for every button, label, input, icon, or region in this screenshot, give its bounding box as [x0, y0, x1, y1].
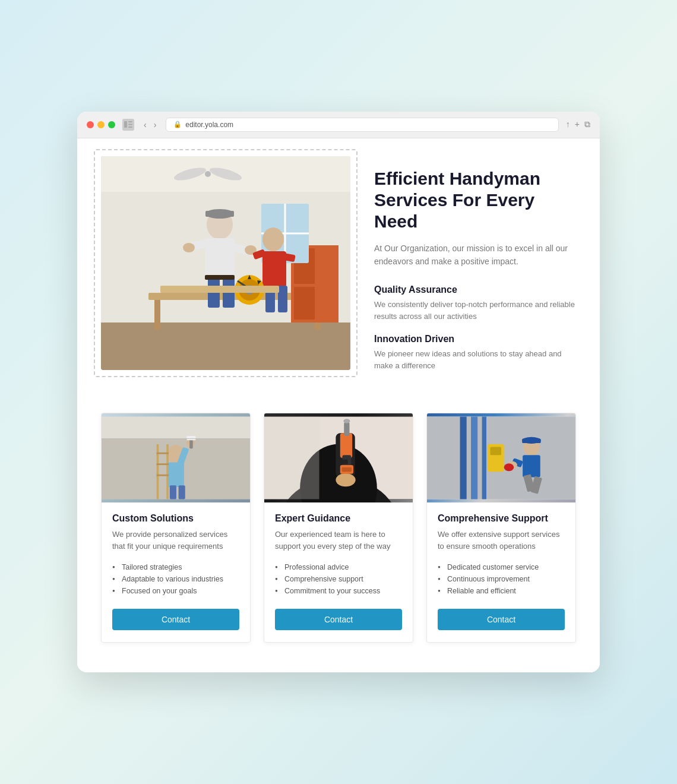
card-image-2	[264, 413, 413, 502]
card-list-item: Comprehensive support	[275, 573, 402, 585]
close-button[interactable]	[87, 121, 94, 128]
card-expert-guidance: Expert Guidance Our experienced team is …	[264, 413, 413, 643]
svg-rect-1	[128, 121, 132, 122]
svg-rect-88	[523, 456, 540, 478]
svg-point-30	[262, 227, 284, 251]
svg-rect-58	[157, 453, 169, 454]
svg-rect-31	[262, 251, 286, 287]
traffic-lights	[87, 121, 115, 128]
hero-right: Efficient Handyman Services For Every Ne…	[374, 156, 576, 384]
svg-rect-87	[522, 439, 540, 443]
svg-rect-9	[101, 323, 350, 370]
svg-rect-81	[471, 417, 477, 500]
card-body-1: Custom Solutions We provide personalized…	[102, 502, 250, 642]
address-bar[interactable]: 🔒 editor.yola.com	[166, 118, 558, 132]
card-body-3: Comprehensive Support We offer extensive…	[427, 502, 575, 642]
svg-rect-59	[157, 464, 169, 466]
card-list-2: Professional advice Comprehensive suppor…	[275, 561, 402, 597]
svg-rect-29	[205, 275, 235, 280]
card-list-item: Focused on your goals	[112, 585, 239, 597]
card-list-item: Tailored strategies	[112, 561, 239, 573]
contact-button-3[interactable]: Contact	[438, 609, 565, 630]
browser-actions: ↑ + ⧉	[566, 119, 590, 129]
card-list-item: Reliable and efficient	[438, 585, 565, 597]
contact-button-2[interactable]: Contact	[275, 609, 402, 630]
card-comprehensive-support: Comprehensive Support We offer extensive…	[426, 413, 576, 643]
card-custom-solutions: Custom Solutions We provide personalized…	[101, 413, 251, 643]
fullscreen-button[interactable]	[108, 121, 115, 128]
card-title-2: Expert Guidance	[275, 513, 402, 524]
svg-rect-46	[102, 417, 250, 439]
svg-point-91	[504, 464, 514, 472]
card-list-item: Professional advice	[275, 561, 402, 573]
browser-content: Efficient Handyman Services For Every Ne…	[77, 138, 600, 673]
svg-rect-82	[482, 417, 486, 500]
hero-subtitle: At Our Organization, our mission is to e…	[374, 242, 576, 268]
svg-rect-0	[124, 121, 127, 128]
svg-rect-60	[157, 475, 169, 476]
feature-innovation-title: Innovation Driven	[374, 334, 576, 344]
card-image-1	[102, 413, 250, 502]
feature-innovation-desc: We pioneer new ideas and solutions to st…	[374, 348, 576, 371]
share-icon[interactable]: ↑	[566, 119, 570, 129]
card-body-2: Expert Guidance Our experienced team is …	[264, 502, 413, 642]
svg-rect-15	[294, 287, 315, 320]
hero-section: Efficient Handyman Services For Every Ne…	[101, 156, 576, 384]
card-title-1: Custom Solutions	[112, 513, 239, 524]
feature-quality: Quality Assurance We consistently delive…	[374, 284, 576, 322]
new-tab-icon[interactable]: +	[575, 119, 580, 129]
forward-button[interactable]: ›	[151, 119, 159, 131]
card-image-3	[427, 413, 575, 502]
svg-rect-69	[340, 434, 352, 459]
svg-point-68	[336, 473, 355, 486]
card-list-item: Adaptable to various industries	[112, 573, 239, 585]
svg-rect-35	[278, 286, 287, 312]
svg-rect-2	[128, 124, 132, 125]
card-list-item: Commitment to your success	[275, 585, 402, 597]
extensions-icon[interactable]: ⧉	[584, 119, 590, 129]
svg-rect-43	[160, 286, 279, 293]
cards-section: Custom Solutions We provide personalized…	[101, 413, 576, 643]
hero-image-container	[101, 156, 350, 370]
feature-quality-desc: We consistently deliver top-notch perfor…	[374, 299, 576, 322]
card-list-3: Dedicated customer service Continuous im…	[438, 561, 565, 597]
svg-rect-70	[344, 422, 349, 436]
svg-rect-21	[205, 211, 234, 217]
card-desc-2: Our experienced team is here to support …	[275, 529, 402, 552]
svg-rect-84	[490, 447, 501, 456]
svg-rect-73	[341, 460, 348, 464]
hero-title: Efficient Handyman Services For Every Ne…	[374, 168, 576, 232]
card-list-1: Tailored strategies Adaptable to various…	[112, 561, 239, 597]
svg-point-25	[183, 243, 195, 252]
feature-innovation: Innovation Driven We pioneer new ideas a…	[374, 334, 576, 371]
svg-rect-80	[460, 417, 467, 500]
svg-point-6	[205, 171, 211, 177]
card-desc-3: We offer extensive support services to e…	[438, 529, 565, 552]
svg-rect-53	[187, 436, 196, 440]
lock-icon: 🔒	[173, 121, 182, 128]
svg-rect-75	[342, 467, 352, 472]
svg-rect-55	[179, 486, 185, 500]
back-button[interactable]: ‹	[141, 119, 149, 131]
card-list-item: Dedicated customer service	[438, 561, 565, 573]
url-text: editor.yola.com	[185, 121, 233, 129]
svg-point-72	[343, 419, 350, 423]
svg-rect-54	[170, 486, 176, 500]
card-list-item: Continuous improvement	[438, 573, 565, 585]
svg-rect-11	[154, 300, 160, 330]
card-desc-1: We provide personalized services that fi…	[112, 529, 239, 552]
svg-rect-3	[128, 127, 132, 128]
nav-buttons: ‹ ›	[141, 119, 159, 131]
feature-quality-title: Quality Assurance	[374, 284, 576, 295]
browser-window: ‹ › 🔒 editor.yola.com ↑ + ⧉	[77, 112, 600, 673]
hero-image	[101, 156, 350, 370]
sidebar-toggle[interactable]	[122, 119, 134, 131]
browser-chrome: ‹ › 🔒 editor.yola.com ↑ + ⧉	[77, 112, 600, 138]
contact-button-1[interactable]: Contact	[112, 609, 239, 630]
minimize-button[interactable]	[97, 121, 105, 128]
svg-rect-76	[264, 417, 319, 500]
card-title-3: Comprehensive Support	[438, 513, 565, 524]
